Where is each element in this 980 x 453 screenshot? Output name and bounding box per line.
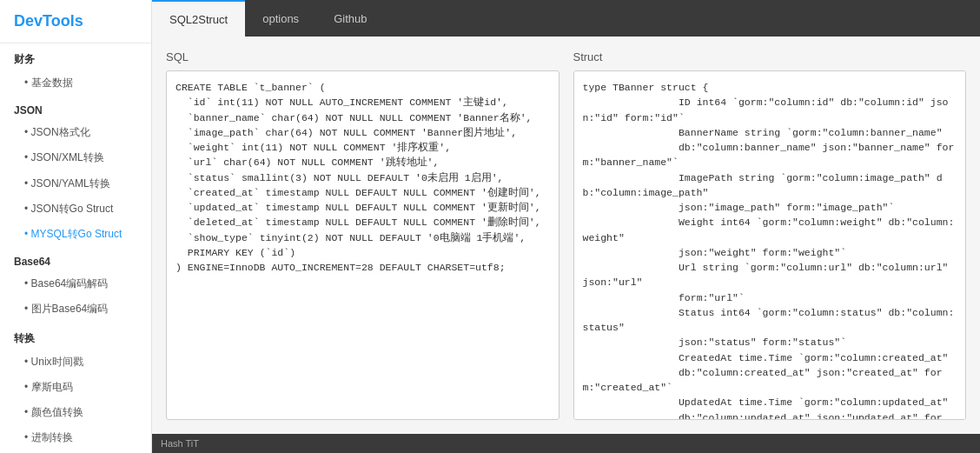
sidebar-item-json-xml[interactable]: JSON/XML转换 <box>0 145 151 170</box>
sidebar-item-jijinshuju[interactable]: 基金数据 <box>0 70 151 96</box>
sidebar-item-base64-image[interactable]: 图片Base64编码 <box>0 296 151 322</box>
tab-sql2struct[interactable]: SQL2Struct <box>152 0 245 37</box>
tab-options[interactable]: options <box>245 0 316 37</box>
sidebar-section-title-json: JSON <box>0 96 151 120</box>
sidebar-section-base64: Base64 Base64编码解码 图片Base64编码 <box>0 247 151 322</box>
content-area: SQL Struct type TBanner struct { ID int6… <box>152 37 980 434</box>
tab-github[interactable]: Github <box>316 0 384 37</box>
struct-panel-label: Struct <box>573 50 967 63</box>
sidebar-item-morse[interactable]: 摩斯电码 <box>0 375 151 400</box>
sidebar: DevTools 财务 基金数据 JSON JSON格式化 JSON/XML转换… <box>0 0 152 453</box>
struct-output: type TBanner struct { ID int64 `gorm:"co… <box>573 70 967 420</box>
sidebar-item-json-gostruct[interactable]: JSON转Go Struct <box>0 197 151 222</box>
sidebar-section-json: JSON JSON格式化 JSON/XML转换 JSON/YAML转换 JSON… <box>0 96 151 247</box>
sidebar-item-base64-encode[interactable]: Base64编码解码 <box>0 271 151 296</box>
sidebar-item-mysql-gostruct[interactable]: MYSQL转Go Struct <box>0 222 151 247</box>
sidebar-logo: DevTools <box>0 0 151 43</box>
footer-hash-tit: Hash TiT <box>161 438 199 449</box>
sidebar-item-json-format[interactable]: JSON格式化 <box>0 120 151 145</box>
sidebar-item-radix[interactable]: 进制转换 <box>0 425 151 450</box>
sidebar-item-color[interactable]: 颜色值转换 <box>0 400 151 425</box>
sidebar-section-finance: 财务 基金数据 <box>0 43 151 96</box>
sidebar-section-title-base64: Base64 <box>0 247 151 271</box>
panels: SQL Struct type TBanner struct { ID int6… <box>166 50 966 420</box>
sidebar-item-unix[interactable]: Unix时间戳 <box>0 350 151 375</box>
main-area: SQL2Struct options Github SQL Struct typ… <box>152 0 980 453</box>
footer: Hash TiT <box>152 434 980 453</box>
sidebar-item-json-yaml[interactable]: JSON/YAML转换 <box>0 171 151 197</box>
sidebar-section-convert: 转换 Unix时间戳 摩斯电码 颜色值转换 进制转换 URL编码解码 Unico… <box>0 323 151 454</box>
sql-panel: SQL <box>166 50 560 420</box>
sidebar-section-title-finance: 财务 <box>0 43 151 70</box>
sidebar-section-title-convert: 转换 <box>0 323 151 350</box>
tab-bar: SQL2Struct options Github <box>152 0 980 37</box>
sql-panel-label: SQL <box>166 50 560 63</box>
sql-input[interactable] <box>166 70 560 420</box>
struct-panel: Struct type TBanner struct { ID int64 `g… <box>573 50 967 420</box>
